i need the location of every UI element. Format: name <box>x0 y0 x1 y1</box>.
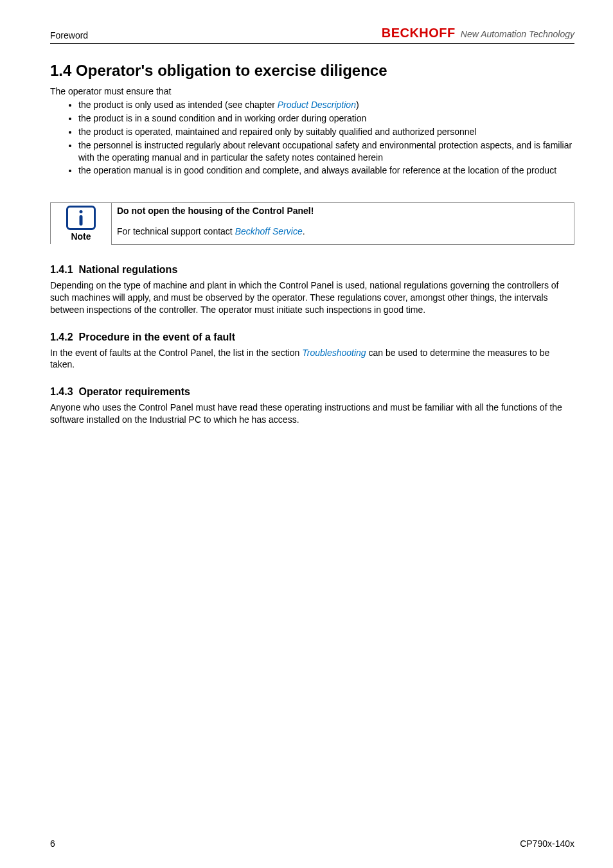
subsection-title: National regulations <box>78 264 177 275</box>
note-box: Note Do not open the housing of the Cont… <box>50 202 574 245</box>
header-brand: BECKHOFF New Automation Technology <box>382 26 574 40</box>
list-item: the product is in a sound condition and … <box>78 112 574 125</box>
list-item: the operation manual is in good conditio… <box>78 164 574 177</box>
subsection-number: 1.4.1 <box>50 264 73 275</box>
list-text: the product is in a sound condition and … <box>78 113 366 123</box>
subsection-title: Procedure in the event of a fault <box>78 332 235 342</box>
subsection-body: Anyone who uses the Control Panel must h… <box>50 402 574 426</box>
list-item: the personnel is instructed regularly ab… <box>78 139 574 164</box>
subsection-heading: 1.4.2 Procedure in the event of a fault <box>50 332 574 343</box>
note-icon-cell: Note <box>51 203 112 245</box>
bullet-list: the product is only used as intended (se… <box>50 99 574 178</box>
subsection-body: Depending on the type of machine and pla… <box>50 279 574 316</box>
note-body-post: . <box>303 226 305 236</box>
list-text: the product is only used as intended (se… <box>78 100 278 110</box>
section-title: Operator's obligation to exercise dilige… <box>76 62 387 79</box>
header-section-name: Foreword <box>50 30 88 40</box>
product-description-link[interactable]: Product Description <box>278 100 356 110</box>
brand-tagline: New Automation Technology <box>461 29 574 39</box>
list-text-post: ) <box>356 100 359 110</box>
info-icon <box>66 206 96 230</box>
list-item: the product is only used as intended (se… <box>78 99 574 111</box>
note-body-pre: For technical support contact <box>117 226 235 236</box>
troubleshooting-link[interactable]: Troubleshooting <box>302 348 366 358</box>
note-label: Note <box>56 231 106 242</box>
note-title-cell: Do not open the housing of the Control P… <box>112 203 574 224</box>
list-text: the personnel is instructed regularly ab… <box>78 140 572 163</box>
page-footer: 6 CP790x-140x <box>50 826 574 849</box>
page-number: 6 <box>50 838 55 849</box>
document-id: CP790x-140x <box>520 838 574 849</box>
page-header: Foreword BECKHOFF New Automation Technol… <box>50 26 574 44</box>
subsection-title: Operator requirements <box>78 386 190 397</box>
list-item: the product is operated, maintained and … <box>78 126 574 138</box>
list-text: the operation manual is in good conditio… <box>78 165 556 175</box>
note-body-cell: For technical support contact Beckhoff S… <box>112 224 574 244</box>
subsection-number: 1.4.3 <box>50 386 73 397</box>
section-heading: 1.4 Operator's obligation to exercise di… <box>50 62 574 80</box>
section-number: 1.4 <box>50 62 71 79</box>
intro-text: The operator must ensure that <box>50 86 574 96</box>
beckhoff-service-link[interactable]: Beckhoff Service <box>235 226 303 236</box>
list-text: the product is operated, maintained and … <box>78 127 477 137</box>
subsection-heading: 1.4.1 National regulations <box>50 264 574 276</box>
subsection-number: 1.4.2 <box>50 332 73 342</box>
beckhoff-logo: BECKHOFF <box>382 26 456 40</box>
subsection-heading: 1.4.3 Operator requirements <box>50 386 574 398</box>
subsection-body: In the event of faults at the Control Pa… <box>50 347 574 371</box>
body-pre: In the event of faults at the Control Pa… <box>50 348 302 358</box>
note-title: Do not open the housing of the Control P… <box>117 206 314 216</box>
